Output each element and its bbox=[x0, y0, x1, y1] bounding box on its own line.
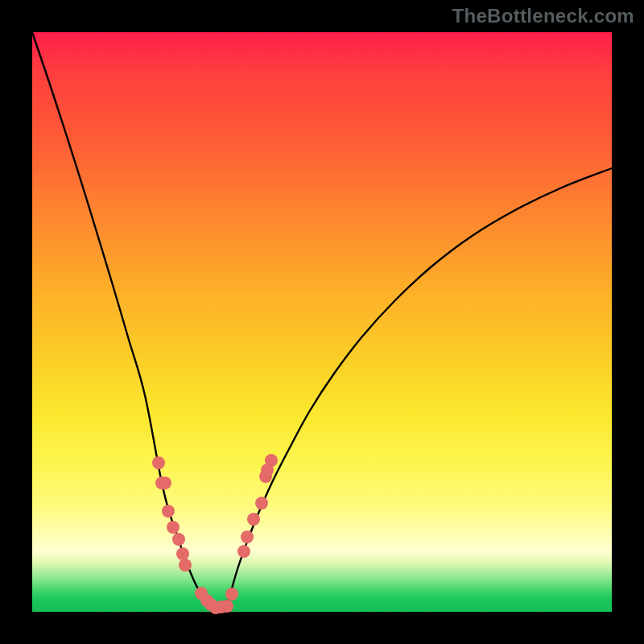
marker-dot bbox=[241, 530, 254, 543]
marker-dot bbox=[176, 547, 189, 560]
marker-dot bbox=[167, 521, 180, 534]
marker-dot bbox=[265, 454, 278, 467]
marker-group bbox=[152, 454, 278, 614]
chart-canvas: TheBottleneck.com bbox=[0, 0, 644, 644]
marker-dot bbox=[255, 497, 268, 510]
watermark-text: TheBottleneck.com bbox=[452, 5, 634, 27]
marker-dot bbox=[237, 545, 250, 558]
curve-layer bbox=[32, 32, 612, 612]
marker-dot bbox=[159, 477, 171, 489]
right-curve bbox=[227, 168, 612, 606]
left-curve bbox=[32, 32, 213, 606]
marker-dot bbox=[152, 456, 165, 469]
marker-dot bbox=[179, 559, 192, 572]
marker-dot bbox=[221, 600, 233, 613]
plot-area bbox=[32, 32, 612, 612]
marker-dot bbox=[247, 513, 260, 526]
marker-dot bbox=[162, 505, 175, 518]
marker-dot bbox=[172, 533, 185, 546]
marker-dot bbox=[225, 588, 238, 601]
